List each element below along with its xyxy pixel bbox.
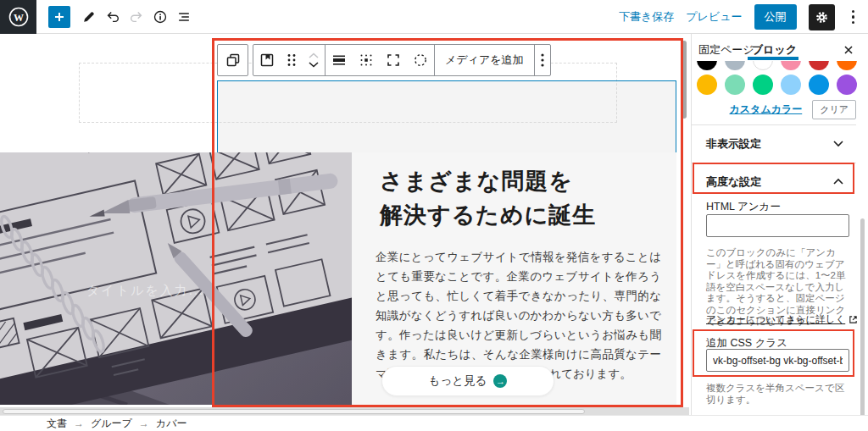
color-palette xyxy=(692,61,858,100)
more-button-label: もっと見る xyxy=(429,373,487,389)
select-parent-block-button[interactable] xyxy=(253,45,281,75)
close-icon xyxy=(843,45,854,55)
pencil-icon xyxy=(81,9,97,25)
focal-point-button[interactable] xyxy=(407,45,434,75)
chevron-down-icon xyxy=(832,140,844,147)
cover-content-panel: さまざまな問題を 解決するために誕生 企業にとってウェブサイトで情報を発信をする… xyxy=(352,152,676,405)
block-toolbar: メディアを追加 xyxy=(253,44,551,76)
breadcrumb: 文書→グループ→カバー xyxy=(0,415,868,431)
block-inserter-button[interactable] xyxy=(48,6,70,28)
dot-grid-icon xyxy=(358,52,375,69)
color-swatch[interactable] xyxy=(753,61,773,70)
canvas-horizontal-scrollbar[interactable] xyxy=(3,409,585,414)
plus-icon xyxy=(53,11,65,23)
drag-dots-icon xyxy=(286,52,298,68)
breadcrumb-item[interactable]: グループ xyxy=(91,417,132,431)
color-swatch[interactable] xyxy=(837,75,857,95)
color-swatch[interactable] xyxy=(809,61,829,70)
drag-handle[interactable] xyxy=(281,45,303,75)
color-swatch[interactable] xyxy=(697,75,717,95)
color-palette-row-1 xyxy=(697,61,857,70)
info-icon xyxy=(153,9,168,25)
wordpress-block-editor: W xyxy=(0,0,868,431)
full-height-button[interactable] xyxy=(380,45,407,75)
cover-heading[interactable]: さまざまな問題を 解決するために誕生 xyxy=(380,164,596,232)
breadcrumb-item[interactable]: 文書 xyxy=(47,417,67,431)
options-menu-button[interactable] xyxy=(847,10,860,25)
gear-icon xyxy=(815,10,829,25)
sidebar-scrollbar[interactable] xyxy=(860,218,865,431)
breadcrumb-separator: → xyxy=(139,417,149,429)
canvas-vertical-scrollbar[interactable] xyxy=(682,41,687,119)
wordpress-logo-icon[interactable]: W xyxy=(0,0,36,34)
anchor-docs-link-label: アンカーについてさらに詳しく xyxy=(706,313,845,326)
transform-blocks-icon xyxy=(225,52,242,69)
html-anchor-input[interactable] xyxy=(706,214,849,237)
settings-sidebar: 固定ページ ブロック カスタムカラー クリア 非表示設定 高度な設定 xyxy=(691,34,868,431)
hidden-settings-label: 非表示設定 xyxy=(706,136,761,152)
anchor-docs-link[interactable]: アンカーについてさらに詳しく xyxy=(706,313,858,326)
tab-page[interactable]: 固定ページ xyxy=(698,42,754,58)
align-bars-icon xyxy=(331,52,348,69)
vertical-align-button[interactable] xyxy=(326,45,353,75)
clear-color-button[interactable]: クリア xyxy=(812,100,856,119)
publish-button[interactable]: 公開 xyxy=(754,4,797,30)
bookmark-block-icon xyxy=(259,52,275,69)
preview-button[interactable]: プレビュー xyxy=(686,9,742,25)
cover-image[interactable]: タイトルを入力... xyxy=(0,152,352,405)
settings-button[interactable] xyxy=(809,4,835,30)
css-help-text: 複数クラスを半角スペースで区切ります。 xyxy=(706,383,850,406)
html-anchor-label: HTML アンカー xyxy=(706,200,781,214)
panel-advanced-settings[interactable]: 高度な設定 xyxy=(692,163,856,201)
cover-heading-line1: さまざまな問題を xyxy=(380,164,596,198)
close-sidebar-button[interactable] xyxy=(841,42,856,58)
editor-canvas: タイトルを入力... さまざまな問題を 解決するために誕生 企業にとってウェブサ… xyxy=(0,34,691,415)
redo-button[interactable] xyxy=(126,7,147,27)
color-swatch[interactable] xyxy=(837,61,857,70)
block-switcher-button[interactable] xyxy=(217,44,248,76)
arrow-right-icon: → xyxy=(493,374,507,388)
chevron-up-icon xyxy=(832,178,844,185)
list-view-button[interactable] xyxy=(174,7,194,27)
cover-body-text[interactable]: 企業にとってウェブサイトで情報を発信をすることはとても重要なことです。企業のウェ… xyxy=(376,247,661,384)
css-class-input[interactable] xyxy=(706,349,849,372)
panel-hidden-settings[interactable]: 非表示設定 xyxy=(692,124,856,163)
color-swatch[interactable] xyxy=(809,75,829,95)
breadcrumb-separator: → xyxy=(74,417,84,429)
advanced-settings-label: 高度な設定 xyxy=(706,174,761,190)
color-swatch[interactable] xyxy=(781,61,801,70)
position-grid-button[interactable] xyxy=(353,45,380,75)
color-swatch[interactable] xyxy=(725,61,745,70)
color-swatch[interactable] xyxy=(725,75,745,95)
color-swatch[interactable] xyxy=(697,61,717,70)
color-swatch[interactable] xyxy=(781,75,801,95)
cover-heading-line2: 解決するために誕生 xyxy=(380,198,596,232)
undo-button[interactable] xyxy=(103,7,123,27)
block-mover[interactable] xyxy=(303,45,325,75)
tab-block[interactable]: ブロック xyxy=(752,42,797,58)
more-button[interactable]: もっと見る → xyxy=(381,366,554,396)
active-tab-indicator xyxy=(748,57,798,60)
cover-title-placeholder[interactable]: タイトルを入力... xyxy=(86,283,204,297)
svg-text:W: W xyxy=(14,12,24,24)
add-media-button[interactable]: メディアを追加 xyxy=(435,45,534,75)
undo-icon xyxy=(105,9,120,25)
external-link-icon xyxy=(849,315,858,324)
breadcrumb-item: カバー xyxy=(156,417,187,431)
tools-pencil-button[interactable] xyxy=(79,7,99,27)
list-view-icon xyxy=(176,9,192,25)
dashed-circle-icon xyxy=(412,52,429,69)
editor-topbar: W xyxy=(0,0,868,34)
color-swatch[interactable] xyxy=(753,75,773,95)
chevron-down-icon xyxy=(307,60,320,69)
ellipsis-icon xyxy=(852,10,855,14)
details-button[interactable] xyxy=(150,7,170,27)
redo-icon xyxy=(129,9,144,25)
block-options-button[interactable] xyxy=(535,45,550,75)
save-draft-button[interactable]: 下書き保存 xyxy=(619,9,674,25)
corner-brackets-icon xyxy=(385,52,402,69)
chevron-up-icon xyxy=(307,52,320,60)
custom-color-link[interactable]: カスタムカラー xyxy=(730,102,803,117)
ellipsis-vertical-icon xyxy=(540,52,545,68)
color-palette-row-2 xyxy=(697,75,857,95)
